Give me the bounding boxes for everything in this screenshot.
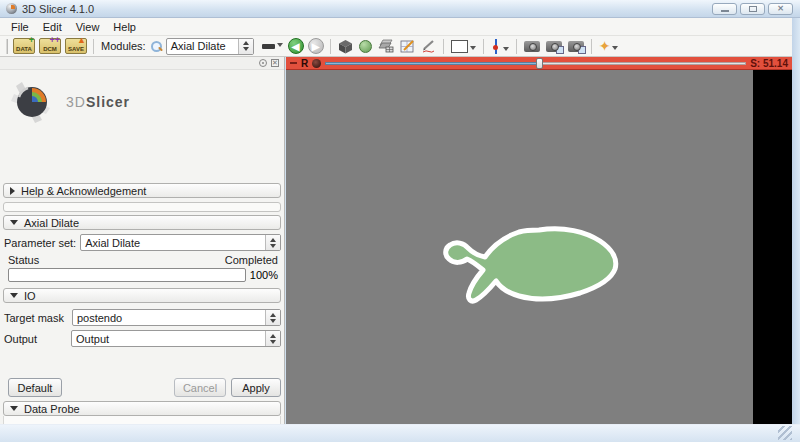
crosshair-button[interactable]: [491, 39, 509, 54]
maximize-button[interactable]: [740, 3, 765, 15]
toolbar-separator: [443, 39, 444, 54]
extensions-button[interactable]: ✦: [599, 39, 619, 53]
io-section-header[interactable]: IO: [3, 288, 281, 303]
editor-icon: [400, 39, 415, 53]
save-button[interactable]: ▲ SAVE: [65, 38, 87, 54]
module-back-button[interactable]: ◀: [288, 38, 304, 54]
slice-offset-label: S: 51.14: [750, 58, 788, 69]
data-probe-header[interactable]: Data Probe: [3, 401, 281, 416]
slice-orientation-label: R: [301, 58, 308, 69]
parameter-set-value: Axial Dilate: [81, 237, 265, 249]
combo-spinner-icon: [265, 331, 280, 346]
scene-view-capture-button[interactable]: [546, 41, 562, 52]
modules-history-button[interactable]: [262, 43, 283, 50]
logo-3d-text: 3D: [66, 94, 86, 110]
target-mask-combobox[interactable]: postendo: [72, 309, 281, 326]
module-search-icon[interactable]: [150, 40, 163, 53]
segmentation-blob: [446, 229, 616, 301]
module-panel: ✕ 3DSlicer Help & Acknowledgement Axi: [0, 57, 285, 424]
panel-pin-icon[interactable]: [259, 59, 267, 67]
module-header-label: Axial Dilate: [24, 217, 79, 229]
slice-offset-slider[interactable]: [325, 58, 746, 69]
sparkle-icon: ✦: [599, 39, 611, 53]
logo-slicer-text: Slicer: [86, 94, 130, 110]
collapsed-frame: [3, 202, 281, 212]
chevron-down-icon: [612, 46, 618, 50]
main-toolbar: + DATA ++ DCM ▲ SAVE Modules: Axial Dila…: [0, 36, 800, 57]
collapsed-triangle-icon: [10, 187, 15, 195]
output-row: Output Output: [3, 330, 281, 347]
expanded-triangle-icon: [10, 293, 18, 298]
module-selector-value: Axial Dilate: [167, 40, 238, 52]
combo-spinner-icon: [265, 235, 280, 250]
load-data-label: DATA: [16, 46, 32, 53]
parameter-set-combobox[interactable]: Axial Dilate: [80, 234, 281, 251]
output-value: Output: [72, 333, 265, 345]
progress-percent-label: 100%: [250, 269, 278, 281]
target-mask-value: postendo: [73, 312, 265, 324]
toolbar-handle: [6, 39, 8, 54]
module-section-header[interactable]: Axial Dilate: [3, 215, 281, 230]
add-data-icon: +: [29, 36, 34, 44]
menu-item-edit[interactable]: Edit: [36, 19, 69, 35]
screenshot-button[interactable]: [524, 41, 540, 52]
toolbar-separator: [93, 39, 94, 54]
slice-collapse-button[interactable]: [290, 62, 297, 64]
resize-grip[interactable]: [778, 426, 792, 440]
menu-bar: File Edit View Help: [0, 18, 800, 36]
panel-close-icon[interactable]: ✕: [271, 59, 279, 67]
minimize-button[interactable]: [712, 3, 737, 15]
volumes-button[interactable]: [378, 39, 394, 53]
progress-bar: [8, 268, 246, 282]
cancel-button[interactable]: Cancel: [174, 378, 226, 397]
slider-track-empty: [540, 62, 746, 65]
output-label: Output: [3, 333, 71, 345]
help-header-label: Help & Acknowledgement: [21, 185, 146, 197]
menu-item-view[interactable]: View: [69, 19, 107, 35]
crosshair-icon: [491, 39, 501, 54]
segmentation-view: [286, 70, 753, 424]
menu-item-file[interactable]: File: [4, 19, 36, 35]
help-acknowledgement-header[interactable]: Help & Acknowledgement: [3, 183, 281, 198]
target-mask-row: Target mask postendo: [3, 309, 281, 326]
scene-view-restore-button[interactable]: [568, 41, 584, 52]
load-data-button[interactable]: + DATA: [13, 38, 35, 54]
slice-canvas[interactable]: [286, 70, 753, 424]
slider-handle[interactable]: [536, 58, 543, 69]
minimize-icon: [721, 10, 729, 12]
pen-icon: [421, 39, 436, 53]
volume-rendering-button[interactable]: [338, 39, 353, 54]
panel-toolbar: ✕: [0, 57, 284, 70]
scene-camera-restore-icon: [568, 41, 584, 52]
apply-button[interactable]: Apply: [231, 378, 281, 397]
slicer-logo: 3DSlicer: [0, 73, 284, 131]
output-combobox[interactable]: Output: [71, 330, 281, 347]
visibility-eye-icon[interactable]: [312, 59, 321, 68]
slider-track-filled: [325, 62, 540, 65]
close-icon: ✕: [777, 5, 784, 13]
slice-controller-bar: R S: 51.14: [286, 57, 792, 70]
expanded-triangle-icon: [10, 406, 18, 411]
default-button[interactable]: Default: [8, 378, 62, 397]
scene-camera-icon: [546, 41, 562, 52]
progress-row: 100%: [8, 268, 278, 282]
models-button[interactable]: [359, 40, 372, 53]
toolbar-separator: [591, 39, 592, 54]
toolbar-separator: [330, 39, 331, 54]
module-forward-button[interactable]: ▶: [308, 38, 324, 54]
menu-item-help[interactable]: Help: [106, 19, 143, 35]
layers-icon: [378, 39, 394, 53]
io-header-label: IO: [24, 290, 36, 302]
annotations-button[interactable]: [421, 39, 436, 53]
slice-letterbox: [753, 70, 792, 424]
load-dicom-button[interactable]: ++ DCM: [39, 38, 61, 54]
window-status-bar: [0, 424, 800, 442]
status-label: Status: [8, 254, 39, 266]
parameter-set-row: Parameter set: Axial Dilate: [3, 234, 281, 251]
layout-selector-button[interactable]: [451, 40, 476, 53]
status-row: Status Completed: [8, 254, 278, 266]
module-selector-combobox[interactable]: Axial Dilate: [166, 38, 254, 55]
close-button[interactable]: ✕: [768, 3, 793, 15]
target-mask-label: Target mask: [3, 312, 72, 324]
editor-button[interactable]: [400, 39, 415, 53]
